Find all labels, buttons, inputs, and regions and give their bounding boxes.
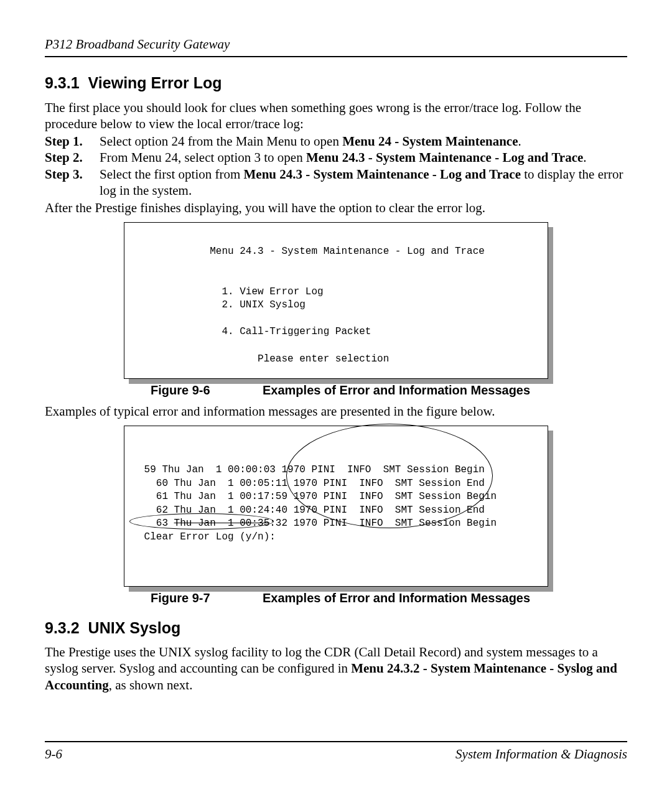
figure-caption-text: Examples of Error and Information Messag… [263,591,530,605]
log-line-59: 59 Thu Jan 1 00:00:03 1970 PINI INFO SMT… [138,464,485,475]
clear-log-prompt: Clear Error Log (y/n): [138,531,276,543]
step-text: Select the first option from Menu 24.3 -… [100,166,627,199]
log-line-62: 62 Thu Jan 1 00:24:40 1970 PINI INFO SMT… [138,505,485,516]
section-number: 9.3.1 [45,73,80,93]
menu-title: Menu 24.3 - System Maintenance - Log and… [138,246,485,257]
section-title: UNIX Syslog [88,619,181,636]
section-number: 9.3.2 [45,618,80,638]
intro-paragraph: The first place you should look for clue… [45,100,627,133]
figure-caption-text: Examples of Error and Information Messag… [263,383,530,397]
menu-prompt: Please enter selection [138,353,389,365]
figure-6-box: Menu 24.3 - System Maintenance - Log and… [124,222,548,379]
log-line-61: 61 Thu Jan 1 00:17:59 1970 PINI INFO SMT… [138,491,497,502]
log-line-63-post: :32 1970 PINI INFO SMT Session Begin [269,518,497,529]
figure-number: Figure 9-6 [151,383,263,398]
step-1: Step 1. Select option 24 from the Main M… [45,133,627,149]
figure-7-box: 59 Thu Jan 1 00:00:03 1970 PINI INFO SMT… [124,426,548,586]
steps-list: Step 1. Select option 24 from the Main M… [45,133,627,198]
page-footer: 9-6 System Information & Diagnosis [45,741,627,762]
step-label: Step 3. [45,166,100,199]
log-line-63-pre: 63 [138,518,174,529]
step-2: Step 2. From Menu 24, select option 3 to… [45,149,627,165]
figure-7-caption: Figure 9-7Examples of Error and Informat… [45,590,627,606]
figure-6-wrap: Menu 24.3 - System Maintenance - Log and… [45,222,627,379]
header-title: P312 Broadband Security Gateway [45,37,230,52]
menu-option-1: 1. View Error Log [138,286,324,297]
menu-option-2: 2. UNIX Syslog [138,299,306,310]
footer-section-title: System Information & Diagnosis [455,746,627,762]
log-line-63-strike: Thu Jan 1 00:35 [174,518,270,529]
after-steps-paragraph: After the Prestige finishes displaying, … [45,200,627,216]
section-heading-9-3-1: 9.3.1Viewing Error Log [45,73,627,93]
footer-page-number: 9-6 [45,746,62,762]
step-3: Step 3. Select the first option from Men… [45,166,627,199]
step-text: Select option 24 from the Main Menu to o… [100,133,627,149]
step-label: Step 1. [45,133,100,149]
section-title: Viewing Error Log [88,74,222,91]
page-header: P312 Broadband Security Gateway [45,36,627,57]
footer-rule [45,741,627,742]
section-heading-9-3-2: 9.3.2UNIX Syslog [45,618,627,638]
log-line-60: 60 Thu Jan 1 00:05:11 1970 PINI INFO SMT… [138,478,485,489]
section-2-paragraph: The Prestige uses the UNIX syslog facili… [45,644,627,693]
step-label: Step 2. [45,149,100,165]
step-text: From Menu 24, select option 3 to open Me… [100,149,627,165]
figure-number: Figure 9-7 [151,590,263,606]
between-figures-paragraph: Examples of typical error and informatio… [45,403,627,419]
figure-7-wrap: 59 Thu Jan 1 00:00:03 1970 PINI INFO SMT… [45,426,627,586]
figure-6-caption: Figure 9-6Examples of Error and Informat… [45,383,627,398]
menu-option-4: 4. Call-Triggering Packet [138,326,371,337]
